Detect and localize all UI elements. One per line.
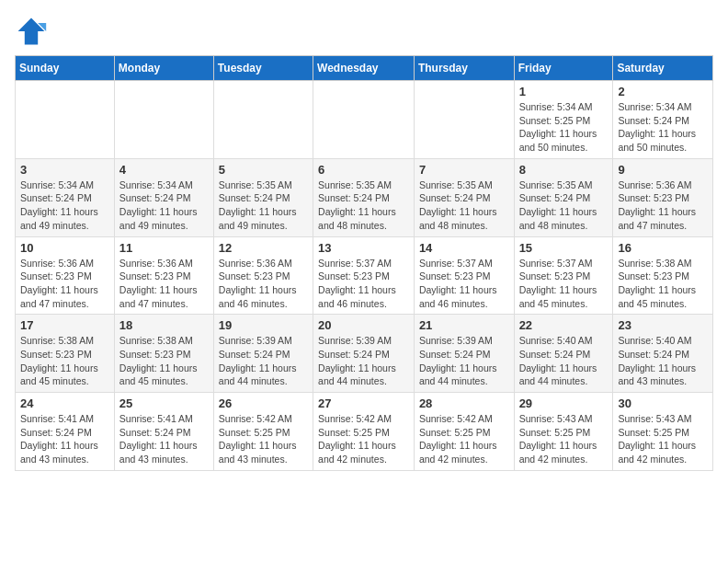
day-info: Sunrise: 5:34 AM Sunset: 5:25 PM Dayligh… <box>519 100 609 155</box>
day-number: 28 <box>419 396 509 410</box>
day-number: 2 <box>618 85 708 98</box>
day-info: Sunrise: 5:38 AM Sunset: 5:23 PM Dayligh… <box>20 334 109 388</box>
calendar-cell: 26Sunrise: 5:42 AM Sunset: 5:25 PM Dayli… <box>213 393 313 471</box>
svg-marker-0 <box>18 18 45 45</box>
day-info: Sunrise: 5:34 AM Sunset: 5:24 PM Dayligh… <box>119 178 209 233</box>
calendar-header-sunday: Sunday <box>16 56 115 81</box>
day-info: Sunrise: 5:37 AM Sunset: 5:23 PM Dayligh… <box>519 257 609 311</box>
calendar-cell: 16Sunrise: 5:38 AM Sunset: 5:23 PM Dayli… <box>613 236 713 315</box>
day-number: 30 <box>618 396 708 410</box>
day-info: Sunrise: 5:36 AM Sunset: 5:23 PM Dayligh… <box>618 178 708 233</box>
calendar-week-2: 3Sunrise: 5:34 AM Sunset: 5:24 PM Daylig… <box>16 158 713 236</box>
day-number: 8 <box>519 163 609 177</box>
calendar-cell: 10Sunrise: 5:36 AM Sunset: 5:23 PM Dayli… <box>16 236 115 315</box>
day-number: 5 <box>219 163 308 177</box>
calendar-cell: 3Sunrise: 5:34 AM Sunset: 5:24 PM Daylig… <box>16 158 115 236</box>
day-number: 13 <box>318 241 409 255</box>
day-info: Sunrise: 5:41 AM Sunset: 5:24 PM Dayligh… <box>119 412 209 466</box>
day-info: Sunrise: 5:35 AM Sunset: 5:24 PM Dayligh… <box>318 178 409 233</box>
day-info: Sunrise: 5:39 AM Sunset: 5:24 PM Dayligh… <box>219 334 308 388</box>
day-info: Sunrise: 5:36 AM Sunset: 5:23 PM Dayligh… <box>219 257 308 311</box>
day-info: Sunrise: 5:42 AM Sunset: 5:25 PM Dayligh… <box>318 412 409 466</box>
day-number: 24 <box>20 396 109 410</box>
calendar-header-tuesday: Tuesday <box>213 56 313 81</box>
calendar-cell: 25Sunrise: 5:41 AM Sunset: 5:24 PM Dayli… <box>114 393 213 471</box>
calendar-cell: 14Sunrise: 5:37 AM Sunset: 5:23 PM Dayli… <box>414 236 514 315</box>
day-info: Sunrise: 5:36 AM Sunset: 5:23 PM Dayligh… <box>119 257 209 311</box>
day-number: 20 <box>318 318 409 332</box>
day-info: Sunrise: 5:38 AM Sunset: 5:23 PM Dayligh… <box>618 257 708 311</box>
day-number: 25 <box>119 396 209 410</box>
calendar-header-thursday: Thursday <box>414 56 514 81</box>
calendar-week-5: 24Sunrise: 5:41 AM Sunset: 5:24 PM Dayli… <box>16 393 713 471</box>
calendar-cell: 5Sunrise: 5:35 AM Sunset: 5:24 PM Daylig… <box>213 158 313 236</box>
calendar-cell: 23Sunrise: 5:40 AM Sunset: 5:24 PM Dayli… <box>613 315 713 393</box>
day-info: Sunrise: 5:42 AM Sunset: 5:25 PM Dayligh… <box>219 412 308 466</box>
calendar-cell: 4Sunrise: 5:34 AM Sunset: 5:24 PM Daylig… <box>114 158 213 236</box>
calendar-cell <box>313 81 415 159</box>
day-info: Sunrise: 5:38 AM Sunset: 5:23 PM Dayligh… <box>119 334 209 388</box>
day-number: 9 <box>618 163 708 177</box>
calendar-cell: 13Sunrise: 5:37 AM Sunset: 5:23 PM Dayli… <box>313 236 415 315</box>
day-number: 1 <box>519 85 609 98</box>
calendar-header-friday: Friday <box>514 56 613 81</box>
calendar-cell: 29Sunrise: 5:43 AM Sunset: 5:25 PM Dayli… <box>514 393 613 471</box>
calendar-week-3: 10Sunrise: 5:36 AM Sunset: 5:23 PM Dayli… <box>16 236 713 315</box>
logo-icon <box>15 15 48 48</box>
day-number: 29 <box>519 396 609 410</box>
calendar-cell <box>414 81 514 159</box>
day-number: 12 <box>219 241 308 255</box>
day-info: Sunrise: 5:34 AM Sunset: 5:24 PM Dayligh… <box>618 100 708 155</box>
day-number: 17 <box>20 318 109 332</box>
calendar-cell: 2Sunrise: 5:34 AM Sunset: 5:24 PM Daylig… <box>613 81 713 159</box>
day-info: Sunrise: 5:39 AM Sunset: 5:24 PM Dayligh… <box>419 334 509 388</box>
calendar-header-monday: Monday <box>114 56 213 81</box>
day-info: Sunrise: 5:43 AM Sunset: 5:25 PM Dayligh… <box>618 412 708 466</box>
day-info: Sunrise: 5:40 AM Sunset: 5:24 PM Dayligh… <box>618 334 708 388</box>
day-info: Sunrise: 5:35 AM Sunset: 5:24 PM Dayligh… <box>519 178 609 233</box>
day-number: 22 <box>519 318 609 332</box>
calendar-cell: 30Sunrise: 5:43 AM Sunset: 5:25 PM Dayli… <box>613 393 713 471</box>
day-info: Sunrise: 5:37 AM Sunset: 5:23 PM Dayligh… <box>419 257 509 311</box>
day-number: 27 <box>318 396 409 410</box>
day-info: Sunrise: 5:36 AM Sunset: 5:23 PM Dayligh… <box>20 257 109 311</box>
day-number: 7 <box>419 163 509 177</box>
calendar-week-4: 17Sunrise: 5:38 AM Sunset: 5:23 PM Dayli… <box>16 315 713 393</box>
calendar-cell: 27Sunrise: 5:42 AM Sunset: 5:25 PM Dayli… <box>313 393 415 471</box>
calendar-cell: 6Sunrise: 5:35 AM Sunset: 5:24 PM Daylig… <box>313 158 415 236</box>
calendar-cell: 1Sunrise: 5:34 AM Sunset: 5:25 PM Daylig… <box>514 81 613 159</box>
day-info: Sunrise: 5:43 AM Sunset: 5:25 PM Dayligh… <box>519 412 609 466</box>
day-number: 15 <box>519 241 609 255</box>
calendar-cell: 15Sunrise: 5:37 AM Sunset: 5:23 PM Dayli… <box>514 236 613 315</box>
page-header <box>15 15 713 48</box>
day-number: 16 <box>618 241 708 255</box>
day-info: Sunrise: 5:35 AM Sunset: 5:24 PM Dayligh… <box>219 178 308 233</box>
calendar-cell: 28Sunrise: 5:42 AM Sunset: 5:25 PM Dayli… <box>414 393 514 471</box>
day-info: Sunrise: 5:35 AM Sunset: 5:24 PM Dayligh… <box>419 178 509 233</box>
calendar-cell: 7Sunrise: 5:35 AM Sunset: 5:24 PM Daylig… <box>414 158 514 236</box>
calendar-cell: 9Sunrise: 5:36 AM Sunset: 5:23 PM Daylig… <box>613 158 713 236</box>
logo[interactable] <box>15 15 51 48</box>
calendar-cell: 20Sunrise: 5:39 AM Sunset: 5:24 PM Dayli… <box>313 315 415 393</box>
day-number: 18 <box>119 318 209 332</box>
calendar-cell: 11Sunrise: 5:36 AM Sunset: 5:23 PM Dayli… <box>114 236 213 315</box>
calendar-cell: 22Sunrise: 5:40 AM Sunset: 5:24 PM Dayli… <box>514 315 613 393</box>
day-number: 23 <box>618 318 708 332</box>
calendar-cell: 17Sunrise: 5:38 AM Sunset: 5:23 PM Dayli… <box>16 315 115 393</box>
calendar-header-saturday: Saturday <box>613 56 713 81</box>
calendar-cell: 24Sunrise: 5:41 AM Sunset: 5:24 PM Dayli… <box>16 393 115 471</box>
day-number: 26 <box>219 396 308 410</box>
calendar-week-1: 1Sunrise: 5:34 AM Sunset: 5:25 PM Daylig… <box>16 81 713 159</box>
calendar-table: SundayMondayTuesdayWednesdayThursdayFrid… <box>15 55 713 471</box>
day-info: Sunrise: 5:39 AM Sunset: 5:24 PM Dayligh… <box>318 334 409 388</box>
day-info: Sunrise: 5:41 AM Sunset: 5:24 PM Dayligh… <box>20 412 109 466</box>
day-number: 6 <box>318 163 409 177</box>
day-info: Sunrise: 5:42 AM Sunset: 5:25 PM Dayligh… <box>419 412 509 466</box>
day-number: 4 <box>119 163 209 177</box>
calendar-cell <box>213 81 313 159</box>
day-number: 21 <box>419 318 509 332</box>
calendar-cell <box>16 81 115 159</box>
day-number: 10 <box>20 241 109 255</box>
day-info: Sunrise: 5:34 AM Sunset: 5:24 PM Dayligh… <box>20 178 109 233</box>
calendar-cell: 19Sunrise: 5:39 AM Sunset: 5:24 PM Dayli… <box>213 315 313 393</box>
